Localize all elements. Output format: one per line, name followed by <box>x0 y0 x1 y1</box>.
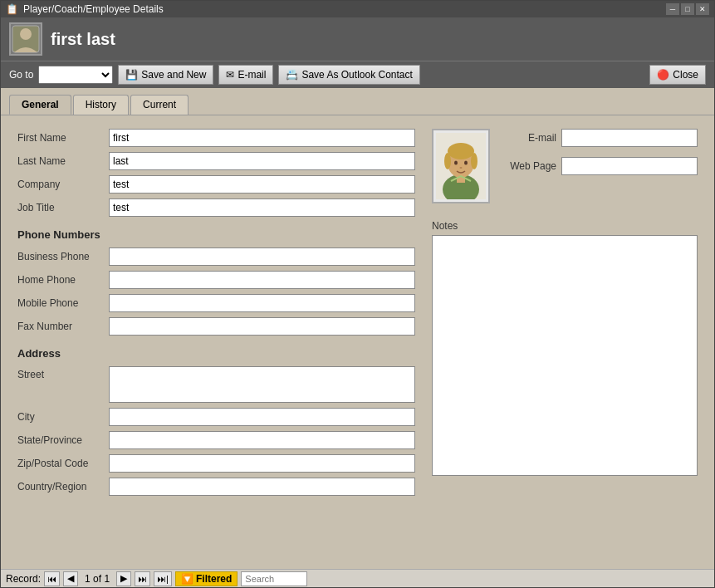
email-input[interactable] <box>561 129 698 147</box>
last-name-label: Last Name <box>17 155 109 167</box>
first-name-label: First Name <box>17 132 109 144</box>
maximize-button[interactable]: □ <box>681 3 694 15</box>
zip-label: Zip/Postal Code <box>17 458 109 469</box>
minimize-button[interactable]: ─ <box>666 3 679 15</box>
record-label: Record: <box>6 573 41 585</box>
last-name-input[interactable] <box>109 152 415 170</box>
city-input[interactable] <box>109 408 415 426</box>
svg-point-11 <box>460 167 463 169</box>
street-row: Street <box>17 366 415 403</box>
svg-point-1 <box>20 28 32 40</box>
photo-area <box>432 129 490 203</box>
status-bar: Record: ⏮ ◀ 1 of 1 ▶ ⏭ ⏭| 🔽 Filtered <box>1 569 714 587</box>
state-label: State/Province <box>17 434 109 446</box>
svg-point-10 <box>464 161 468 165</box>
country-input[interactable] <box>109 478 415 496</box>
title-bar: 📋 Player/Coach/Employee Details ─ □ ✕ <box>1 1 714 17</box>
company-label: Company <box>17 179 109 190</box>
outlook-icon: 📇 <box>286 69 298 81</box>
job-title-label: Job Title <box>17 202 109 213</box>
city-row: City <box>17 408 415 426</box>
email-row: E-mail <box>498 129 698 147</box>
close-icon: 🔴 <box>657 69 669 81</box>
svg-point-9 <box>454 161 458 165</box>
first-name-row: First Name <box>17 129 415 147</box>
prev-record-button[interactable]: ◀ <box>63 571 78 586</box>
mobile-phone-row: Mobile Phone <box>17 294 415 312</box>
top-right-section: E-mail Web Page <box>432 129 698 212</box>
tabs-area: General History Current <box>1 88 714 115</box>
mobile-phone-label: Mobile Phone <box>17 297 109 309</box>
company-row: Company <box>17 175 415 194</box>
tab-history[interactable]: History <box>73 95 129 115</box>
job-title-input[interactable] <box>109 198 415 217</box>
zip-row: Zip/Postal Code <box>17 454 415 473</box>
notes-textarea[interactable] <box>432 235 698 476</box>
main-window: 📋 Player/Coach/Employee Details ─ □ ✕ fi… <box>0 0 715 588</box>
header-area: first last <box>1 17 714 61</box>
webpage-input[interactable] <box>561 157 698 175</box>
save-as-outlook-button[interactable]: 📇 Save As Outlook Contact <box>278 65 419 85</box>
address-section-header: Address <box>17 347 415 360</box>
zip-input[interactable] <box>109 454 415 473</box>
tab-current[interactable]: Current <box>130 95 189 115</box>
tab-general[interactable]: General <box>9 95 71 115</box>
mobile-phone-input[interactable] <box>109 294 415 312</box>
city-label: City <box>17 411 109 423</box>
close-window-button[interactable]: ✕ <box>696 3 709 15</box>
svg-point-7 <box>444 153 451 169</box>
first-name-input[interactable] <box>109 129 415 147</box>
state-input[interactable] <box>109 431 415 449</box>
filtered-icon: 🔽 <box>181 573 193 585</box>
phone-section-header: Phone Numbers <box>17 228 415 241</box>
country-row: Country/Region <box>17 478 415 496</box>
svg-point-6 <box>448 143 474 159</box>
country-label: Country/Region <box>17 481 109 492</box>
email-label: E-mail <box>498 132 556 144</box>
title-bar-text: Player/Coach/Employee Details <box>23 3 164 15</box>
home-phone-row: Home Phone <box>17 271 415 289</box>
street-input[interactable] <box>109 366 415 403</box>
header-title: first last <box>51 30 115 49</box>
webpage-row: Web Page <box>498 157 698 175</box>
filtered-badge: 🔽 Filtered <box>175 571 238 586</box>
svg-point-8 <box>471 153 477 169</box>
webpage-label: Web Page <box>498 160 556 172</box>
close-button[interactable]: 🔴 Close <box>649 65 706 85</box>
job-title-row: Job Title <box>17 198 415 217</box>
email-button[interactable]: ✉ E-mail <box>218 65 273 85</box>
home-phone-label: Home Phone <box>17 274 109 286</box>
save-and-new-button[interactable]: 💾 Save and New <box>118 65 213 85</box>
business-phone-label: Business Phone <box>17 251 109 262</box>
title-bar-icon: 📋 <box>6 3 18 15</box>
form-right: E-mail Web Page Notes <box>432 129 698 556</box>
state-row: State/Province <box>17 431 415 449</box>
header-icon <box>9 22 42 56</box>
business-phone-row: Business Phone <box>17 247 415 266</box>
notes-section: Notes <box>432 220 698 478</box>
first-record-button[interactable]: ⏮ <box>44 571 60 586</box>
general-tab-content: First Name Last Name Company Job Title P… <box>1 115 714 569</box>
toolbar: Go to 💾 Save and New ✉ E-mail 📇 Save As … <box>1 61 714 88</box>
fax-number-row: Fax Number <box>17 317 415 336</box>
fax-number-label: Fax Number <box>17 321 109 332</box>
right-fields: E-mail Web Page <box>498 129 698 212</box>
notes-label: Notes <box>432 220 698 232</box>
form-left: First Name Last Name Company Job Title P… <box>17 129 415 556</box>
save-icon: 💾 <box>125 69 138 81</box>
goto-label: Go to <box>9 69 33 81</box>
company-input[interactable] <box>109 175 415 194</box>
goto-select[interactable] <box>38 66 113 84</box>
next-record-button[interactable]: ▶ <box>116 571 131 586</box>
last-record-button[interactable]: ⏭ <box>135 571 150 586</box>
street-label: Street <box>17 366 109 380</box>
search-input[interactable] <box>241 571 307 586</box>
fax-number-input[interactable] <box>109 317 415 336</box>
home-phone-input[interactable] <box>109 271 415 289</box>
new-record-button[interactable]: ⏭| <box>154 571 172 586</box>
last-name-row: Last Name <box>17 152 415 170</box>
record-count: 1 of 1 <box>85 573 110 585</box>
email-icon: ✉ <box>226 69 234 81</box>
business-phone-input[interactable] <box>109 247 415 266</box>
